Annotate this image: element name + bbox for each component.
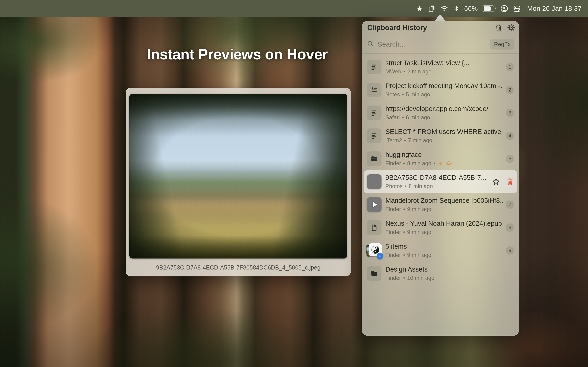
item-source-app: iTerm2	[385, 137, 402, 144]
item-title: Project kickoff meeting Monday 10am -...	[385, 82, 502, 90]
item-title: Design Assets	[385, 266, 511, 273]
item-source-app: Notes	[385, 91, 400, 98]
item-source-app: MWeb	[385, 68, 401, 75]
separator-dot: •	[403, 252, 405, 258]
item-timestamp: 9 min ago	[407, 229, 431, 235]
link-icon	[437, 160, 443, 167]
item-text: Mandelbrot Zoom Sequence [b005iHf8... Fi…	[385, 197, 502, 212]
separator-dot: •	[405, 183, 406, 190]
shortcut-number-badge: 3	[506, 109, 514, 117]
item-right: 9	[506, 246, 514, 255]
item-timestamp: 5 min ago	[406, 91, 430, 98]
item-timestamp: 9 min ago	[407, 206, 431, 212]
shortcut-number-badge: 4	[506, 132, 514, 140]
item-source-app: Safari	[385, 114, 400, 121]
item-subtitle: Photos • 8 min ago	[385, 183, 489, 190]
favorite-item-button[interactable]	[492, 177, 500, 186]
item-source-app: Finder	[385, 252, 401, 258]
menu-bar-clock[interactable]: Mon 26 Jan 18:37	[527, 5, 582, 12]
item-subtitle: Notes • 5 min ago	[385, 91, 502, 98]
hero-headline: Instant Previews on Hover	[127, 46, 347, 63]
settings-gear-icon[interactable]	[506, 23, 516, 33]
text-file-icon	[367, 60, 381, 74]
preview-caption: 9B2A753C-D7A8-4ECD-A55B-7F80584DC6DB_4_5…	[126, 259, 351, 276]
list-item[interactable]: SELECT * FROM users WHERE active =... iT…	[363, 124, 517, 147]
item-right: 3	[506, 109, 514, 117]
multi-item-thumbnail: +	[367, 243, 381, 258]
doc-file-icon	[367, 220, 381, 235]
search-bar: RegEx	[362, 35, 519, 54]
popover-arrow	[433, 14, 447, 21]
battery-icon[interactable]	[483, 5, 496, 12]
shortcut-number-badge: 7	[506, 200, 514, 209]
item-subtitle: MWeb • 2 min ago	[385, 68, 502, 75]
clipboard-manager-icon[interactable]	[428, 5, 435, 12]
regex-toggle-button[interactable]: RegEx	[490, 39, 515, 50]
shortcut-number-badge: 2	[506, 86, 514, 94]
shortcut-number-badge: 8	[506, 223, 514, 232]
item-text: Design Assets Finder • 10 min ago	[385, 266, 511, 281]
folder-file-icon	[367, 266, 381, 281]
list-item[interactable]: Design Assets Finder • 10 min ago	[363, 262, 517, 285]
item-text: https://developer.apple.com/xcode/ Safar…	[385, 105, 502, 121]
shortcut-number-badge: 5	[506, 155, 514, 163]
play-icon	[373, 202, 377, 207]
item-title: 9B2A753C-D7A8-4ECD-A55B-7...	[385, 174, 489, 181]
shortcut-number-badge: 1	[506, 63, 514, 71]
list-item[interactable]: struct TaskListView: View {... MWeb • 2 …	[363, 56, 517, 78]
search-input[interactable]	[377, 40, 487, 48]
list-item[interactable]: huggingface Finder • 8 min ago • 5	[363, 147, 517, 170]
control-center-icon[interactable]	[513, 5, 521, 13]
item-subtitle: Finder • 10 min ago	[385, 275, 511, 281]
shortcut-number-badge: 9	[506, 246, 514, 255]
preview-photo	[129, 94, 347, 259]
item-text: SELECT * FROM users WHERE active =... iT…	[385, 128, 502, 144]
list-item[interactable]: Mandelbrot Zoom Sequence [b005iHf8... Fi…	[363, 193, 517, 216]
separator-dot: •	[403, 160, 405, 167]
preview-popup-card: 9B2A753C-D7A8-4ECD-A55B-7F80584DC6DB_4_5…	[126, 88, 351, 276]
clipboard-list: struct TaskListView: View {... MWeb • 2 …	[363, 56, 517, 285]
item-timestamp: 8 min ago	[409, 183, 433, 190]
list-item[interactable]: Project kickoff meeting Monday 10am -...…	[363, 78, 517, 101]
item-subtitle: Finder • 9 min ago	[385, 229, 502, 235]
item-title: SELECT * FROM users WHERE active =...	[385, 128, 502, 135]
delete-item-button[interactable]	[506, 177, 514, 186]
clipboard-history-panel: Clipboard History RegEx struct TaskListV…	[362, 21, 519, 336]
item-right: 1	[506, 63, 514, 71]
list-item[interactable]: https://developer.apple.com/xcode/ Safar…	[363, 101, 517, 124]
menu-bar: 66% Mon 26 Jan 18:37	[0, 0, 588, 17]
battery-fill	[484, 6, 491, 11]
item-source-app: Finder	[385, 275, 401, 281]
text-file-icon	[367, 106, 381, 120]
battery-percent: 66%	[464, 5, 478, 12]
item-timestamp: 10 min ago	[407, 275, 434, 281]
favorites-star-icon[interactable]	[416, 5, 423, 12]
list-item[interactable]: Nexus - Yuval Noah Harari (2024).epub Fi…	[363, 216, 517, 239]
list-item[interactable]: 9B2A753C-D7A8-4ECD-A55B-7... Photos • 8 …	[363, 170, 517, 193]
item-subtitle: Finder • 9 min ago	[385, 252, 502, 258]
item-source-app: Finder	[385, 160, 401, 167]
item-text: Project kickoff meeting Monday 10am -...…	[385, 82, 502, 98]
item-title: 5 items	[385, 243, 502, 250]
separator-dot: •	[403, 275, 405, 281]
item-timestamp: 7 min ago	[408, 137, 432, 144]
item-subtitle: Finder • 9 min ago	[385, 206, 502, 212]
text-file-icon	[367, 128, 381, 143]
wifi-icon[interactable]	[440, 5, 448, 13]
plus-badge-icon: +	[377, 253, 383, 259]
user-account-icon[interactable]	[501, 5, 508, 12]
separator-dot: •	[402, 114, 404, 121]
folder-file-icon	[367, 151, 381, 166]
clear-all-trash-icon[interactable]	[494, 23, 503, 33]
separator-dot: •	[403, 68, 405, 75]
separator-dot: •	[403, 229, 405, 235]
item-timestamp: 6 min ago	[406, 114, 430, 121]
panel-title: Clipboard History	[367, 24, 427, 32]
list-item[interactable]: + 5 items Finder • 9 min ago 9	[363, 239, 517, 262]
cloud-icon	[446, 160, 452, 167]
item-text: 5 items Finder • 9 min ago	[385, 243, 502, 258]
item-title: Mandelbrot Zoom Sequence [b005iHf8...	[385, 197, 502, 204]
bluetooth-icon[interactable]	[453, 5, 459, 12]
item-text: huggingface Finder • 8 min ago •	[385, 151, 502, 167]
panel-header: Clipboard History	[362, 21, 519, 35]
